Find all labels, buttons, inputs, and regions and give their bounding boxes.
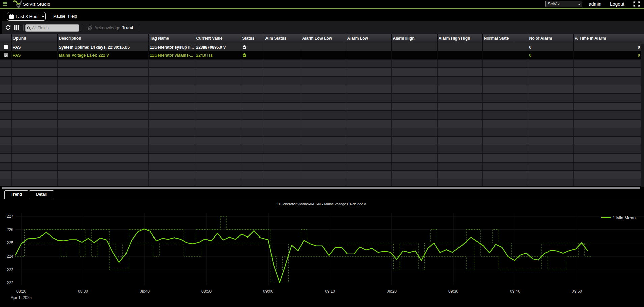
svg-text:08:40: 08:40 [140,289,150,294]
svg-text:223: 223 [7,268,13,272]
svg-text:09:20: 09:20 [387,289,397,294]
svg-text:09:10: 09:10 [325,289,335,294]
svg-text:09:50: 09:50 [572,289,582,294]
svg-text:08:30: 08:30 [78,289,88,294]
svg-text:1 Min Mean: 1 Min Mean [613,215,636,220]
svg-text:Apr 1, 2025: Apr 1, 2025 [11,295,32,300]
svg-text:09:40: 09:40 [510,289,520,294]
svg-text:226: 226 [7,227,13,232]
svg-text:224: 224 [7,254,13,259]
svg-text:08:50: 08:50 [201,289,212,294]
svg-text:08:20: 08:20 [16,289,26,294]
svg-text:09:00: 09:00 [263,289,273,294]
svg-text:11Generator vMains-V-L1-N - Ma: 11Generator vMains-V-L1-N - Mains Voltag… [277,202,366,206]
svg-text:09:30: 09:30 [448,289,458,294]
svg-text:222: 222 [7,281,13,285]
svg-text:225: 225 [7,241,13,245]
svg-text:227: 227 [7,214,13,219]
